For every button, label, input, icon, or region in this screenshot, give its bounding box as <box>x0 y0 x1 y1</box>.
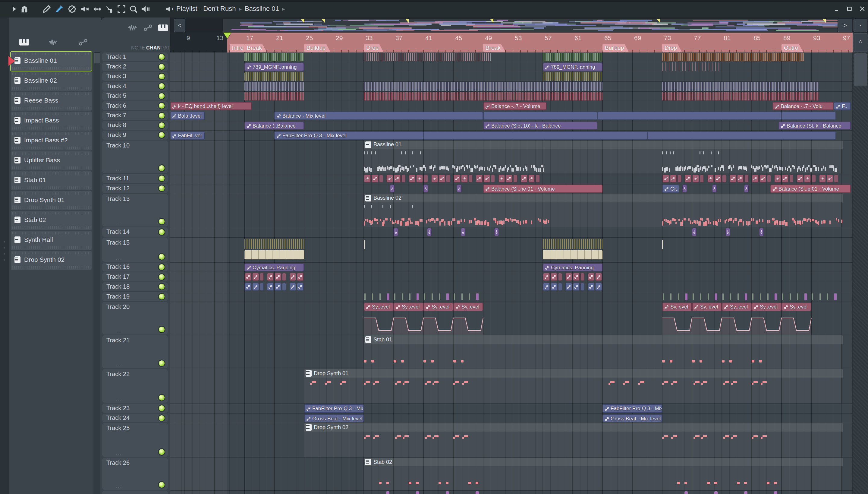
automation-cell[interactable] <box>267 273 274 281</box>
header-tab-piano-icon[interactable] <box>157 22 169 34</box>
automation-clip[interactable]: Sy..evel <box>364 303 394 311</box>
toolbar-play-icon[interactable] <box>9 4 19 14</box>
automation-clip[interactable] <box>782 112 836 120</box>
playlist-track-lane[interactable]: Drop Synth 01 <box>170 369 852 403</box>
automation-clip[interactable]: Sy..evel <box>662 303 692 311</box>
track-mute-led[interactable] <box>159 165 164 171</box>
audio-clip[interactable] <box>543 72 603 81</box>
automation-cell[interactable] <box>521 175 528 183</box>
track-mute-led[interactable] <box>159 405 164 411</box>
automation-cell[interactable] <box>457 185 461 192</box>
track-header-row[interactable]: Track 24 <box>102 414 168 422</box>
pattern-list-item[interactable]: Bassline 02 <box>11 72 92 91</box>
automation-clip[interactable]: FabFil..vel <box>170 131 205 139</box>
pattern-clip-body[interactable] <box>364 202 842 227</box>
pattern-clip-body[interactable] <box>304 378 842 403</box>
automation-cell[interactable] <box>387 175 393 183</box>
automation-clip[interactable]: Gross Beat - Mix level <box>603 414 662 422</box>
automation-cell[interactable] <box>551 273 557 281</box>
track-header-row[interactable]: Track 22... <box>102 369 168 403</box>
track-header-row[interactable]: Track 3 <box>102 72 168 81</box>
track-mute-led[interactable] <box>159 186 164 191</box>
automation-cell[interactable] <box>394 175 400 183</box>
track-mute-led[interactable] <box>159 54 164 60</box>
pattern-clip-header[interactable]: Bassline 02 <box>364 194 843 202</box>
automation-cell[interactable] <box>297 283 303 291</box>
track-header-row[interactable]: Track 1 <box>102 53 168 61</box>
automation-cell[interactable] <box>245 273 251 281</box>
pattern-list-item[interactable]: Stab 01 <box>11 171 92 190</box>
track-resize-grip[interactable]: ... <box>116 396 122 402</box>
track-mute-led[interactable] <box>159 482 164 488</box>
automation-clip[interactable]: 789_MGNF..anning <box>543 63 603 71</box>
automation-cell[interactable] <box>245 283 251 291</box>
automation-cell[interactable] <box>677 175 682 183</box>
track-header-row[interactable]: Track 18 <box>102 282 168 291</box>
panel-grip-dot[interactable] <box>4 259 5 261</box>
automation-cell[interactable] <box>767 175 771 183</box>
automation-clip[interactable]: Balance (Sl..ne 01 - Volume <box>483 185 603 193</box>
automation-clip[interactable]: Balance -..7 - Volu <box>772 102 834 110</box>
header-mode-chan[interactable]: CHAN <box>146 45 161 51</box>
playlist-track-lane[interactable]: k - EQ band..shelf) levelBalance -..7 - … <box>170 101 852 111</box>
automation-cell[interactable] <box>409 175 416 183</box>
automation-cell[interactable] <box>737 175 744 183</box>
automation-clip[interactable]: Gr.. <box>662 185 679 193</box>
track-mute-led[interactable] <box>159 229 164 235</box>
automation-cell[interactable] <box>379 175 383 183</box>
track-mute-led[interactable] <box>159 83 164 89</box>
track-header-row[interactable]: Track 21... <box>102 335 168 368</box>
audio-clip[interactable] <box>543 250 603 259</box>
playlist-track-lane[interactable] <box>170 72 852 82</box>
playlist-track-lane[interactable]: FabFilter Pro-Q 3 - Mix levelFabFilter P… <box>170 403 852 414</box>
track-header-row[interactable]: Track 23 <box>102 403 168 413</box>
automation-cell[interactable] <box>275 283 281 291</box>
playlist-track-lane[interactable] <box>170 491 852 494</box>
automation-cell[interactable] <box>290 283 296 291</box>
playlist-track-lane[interactable] <box>170 272 852 282</box>
automation-cell[interactable] <box>685 175 691 183</box>
audio-clip[interactable] <box>662 82 819 91</box>
automation-cell[interactable] <box>423 185 428 192</box>
scroll-right-button[interactable]: > <box>838 19 852 32</box>
audio-clip[interactable] <box>364 53 491 61</box>
vertical-scrollbar[interactable]: ^ <box>853 33 868 494</box>
automation-clip[interactable]: 789_MGNF..anning <box>244 63 304 71</box>
toolbar-delete-icon[interactable] <box>67 4 77 14</box>
automation-clip[interactable]: Gross Beat - Mix level <box>304 414 364 422</box>
track-mute-led[interactable] <box>159 132 164 138</box>
automation-cell[interactable] <box>424 175 428 183</box>
pattern-list-item[interactable]: Drop Synth 01 <box>11 191 92 210</box>
playlist-track-lane[interactable]: Balance (Sl..ne 01 - VolumeGr..Balance (… <box>170 184 852 194</box>
automation-cell[interactable] <box>446 175 450 183</box>
automation-cell[interactable] <box>715 175 721 183</box>
automation-cell[interactable] <box>543 283 550 291</box>
track-header-row[interactable]: Track 19 <box>102 292 168 301</box>
window-close-icon[interactable] <box>858 4 867 13</box>
automation-cell[interactable] <box>752 175 758 183</box>
playlist-track-lane[interactable] <box>170 282 852 292</box>
automation-clip[interactable]: Sy..evel <box>394 303 423 311</box>
pattern-clip-header[interactable]: Bassline 01 <box>364 140 843 149</box>
track-header-row[interactable]: Track 15... <box>102 238 168 262</box>
pattern-clip-body[interactable] <box>304 432 842 457</box>
automation-cell[interactable] <box>513 175 517 183</box>
audio-clip[interactable] <box>662 62 722 71</box>
playlist-track-lane[interactable]: Balance (..BalanceBalance (Slot 10) - k … <box>170 121 852 131</box>
timeline-ruler[interactable]: 9131721252933374145495357616569737781858… <box>170 33 853 53</box>
automation-cell[interactable] <box>797 175 804 183</box>
audio-clip[interactable] <box>543 53 603 61</box>
automation-cell[interactable] <box>394 228 398 236</box>
track-header-row[interactable]: Track 25... <box>102 423 168 457</box>
track-mute-led[interactable] <box>159 294 164 300</box>
track-header-row[interactable]: Track 16 <box>102 263 168 272</box>
audio-clip[interactable] <box>244 82 304 91</box>
vertical-scrollbar-handle[interactable] <box>854 53 867 86</box>
panel-grip-dot[interactable] <box>4 241 5 243</box>
playlist-track-lane[interactable] <box>170 92 852 101</box>
scroll-up-button[interactable]: ^ <box>853 33 867 52</box>
automation-cell[interactable] <box>722 175 726 183</box>
automation-cell[interactable] <box>782 175 788 183</box>
automation-cell[interactable] <box>682 185 687 192</box>
automation-cell[interactable] <box>760 175 766 183</box>
